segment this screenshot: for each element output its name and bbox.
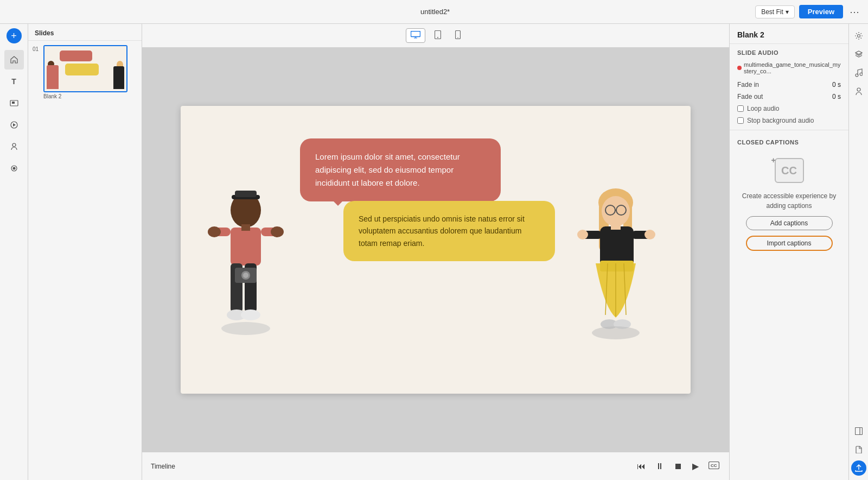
- settings-button[interactable]: [851, 28, 866, 43]
- timeline-label: Timeline: [151, 463, 629, 470]
- share-icon: [855, 464, 863, 472]
- svg-point-43: [577, 230, 588, 239]
- preview-button[interactable]: Preview: [799, 5, 843, 18]
- play-button[interactable]: ▶: [691, 460, 700, 472]
- right-panel: Blank 2 SLIDE AUDIO multimedia_game_tone…: [729, 24, 848, 480]
- closed-captions-section: + CC Create accessible experience by add…: [730, 149, 848, 257]
- thumb-bubble-2: [65, 64, 99, 75]
- figure-left: [202, 187, 289, 372]
- thumb-content: [44, 46, 126, 91]
- slides-panel: Slides 01 Blank 2: [28, 24, 142, 480]
- add-button[interactable]: +: [7, 28, 22, 43]
- slide-canvas[interactable]: Lorem ipsum dolor sit amet, consectetur …: [181, 106, 691, 394]
- loop-audio-checkbox[interactable]: [737, 105, 744, 112]
- panel-icon: [855, 427, 863, 435]
- timeline-bar: Timeline ⏮ ⏸ ⏹ ▶ CC: [142, 452, 729, 480]
- thumb-figure-left-body: [47, 65, 59, 89]
- bubble-2-text: Sed ut perspiciatis undo omnis iste natu…: [359, 214, 525, 248]
- rewind-button[interactable]: ⏮: [636, 460, 647, 472]
- canvas-container: Lorem ipsum dolor sit amet, consectetur …: [142, 48, 729, 452]
- svg-point-44: [644, 230, 655, 239]
- tablet-view-button[interactable]: [430, 28, 446, 43]
- slides-list: 01 Blank 2: [28, 41, 142, 480]
- far-right-icon-bar: [848, 24, 868, 480]
- closed-captions-section-title: CLOSED CAPTIONS: [730, 134, 848, 149]
- characters-button[interactable]: [4, 137, 24, 156]
- layers-button[interactable]: [851, 47, 866, 62]
- cc-icon: + CC: [775, 158, 804, 183]
- svg-point-27: [243, 273, 248, 278]
- more-options-button[interactable]: ⋯: [847, 4, 861, 20]
- audio-filename-text: multimedia_game_tone_musical_mystery_co.…: [744, 61, 841, 74]
- captions-toggle-button[interactable]: CC: [707, 460, 720, 472]
- slide-number: 01: [33, 45, 40, 52]
- layers-icon: [854, 50, 863, 59]
- thumb-figure-right-body: [113, 66, 124, 89]
- import-captions-button[interactable]: Import captions: [746, 236, 833, 251]
- svg-point-24: [221, 322, 270, 335]
- add-captions-button[interactable]: Add captions: [746, 216, 833, 230]
- cc-icon-wrap: + CC: [772, 155, 807, 186]
- slide-item: 01 Blank 2: [33, 45, 137, 99]
- canvas-toolbar: [142, 24, 729, 48]
- thumb-bubble-1: [60, 50, 92, 61]
- best-fit-button[interactable]: Best Fit ▾: [755, 5, 795, 18]
- slide-thumbnail[interactable]: [43, 45, 127, 92]
- top-bar: untitled2* Best Fit ▾ Preview ⋯: [0, 0, 868, 24]
- media-button[interactable]: [4, 93, 24, 113]
- left-icon-bar: + T: [0, 24, 28, 480]
- svg-rect-1: [12, 102, 15, 104]
- stop-bg-audio-row: Stop background audio: [730, 115, 848, 127]
- text-button[interactable]: T: [4, 72, 24, 91]
- music-button[interactable]: [851, 65, 866, 80]
- top-bar-right: Best Fit ▾ Preview ⋯: [755, 4, 861, 20]
- svg-point-51: [856, 74, 858, 77]
- fade-in-value: 0 s: [832, 81, 841, 89]
- share-button[interactable]: [851, 460, 866, 476]
- svg-rect-37: [600, 261, 634, 271]
- svg-rect-36: [611, 223, 621, 230]
- audio-recording-dot: [737, 66, 742, 70]
- desktop-icon: [411, 31, 420, 39]
- svg-point-50: [857, 35, 860, 37]
- speech-bubble-1: Lorem ipsum dolor sit amet, consectetur …: [300, 138, 501, 201]
- cc-description: Create accessible experience by adding c…: [737, 191, 841, 211]
- home-button[interactable]: [4, 50, 24, 70]
- main-layout: + T: [0, 24, 868, 480]
- stop-bg-audio-checkbox[interactable]: [737, 117, 744, 124]
- media-icon: [10, 99, 18, 108]
- audio-filename-row: multimedia_game_tone_musical_mystery_co.…: [730, 59, 848, 79]
- tablet-icon: [435, 30, 441, 39]
- svg-rect-54: [855, 428, 862, 435]
- fade-out-label: Fade out: [737, 93, 763, 100]
- slide-audio-section-title: SLIDE AUDIO: [730, 44, 848, 59]
- record-icon: [10, 164, 18, 173]
- character-icon: [854, 87, 863, 96]
- svg-text:CC: CC: [711, 463, 717, 468]
- character-button[interactable]: [851, 84, 866, 99]
- pause-button[interactable]: ⏸: [654, 460, 665, 472]
- mobile-view-button[interactable]: [450, 28, 465, 43]
- interaction-button[interactable]: [4, 115, 24, 135]
- svg-rect-15: [241, 224, 250, 231]
- person-right-svg: [574, 187, 658, 372]
- timeline-controls: ⏮ ⏸ ⏹ ▶ CC: [636, 460, 720, 472]
- loop-audio-label: Loop audio: [747, 105, 779, 112]
- svg-point-53: [857, 88, 860, 91]
- speech-bubble-2: Sed ut perspiciatis undo omnis iste natu…: [343, 201, 555, 261]
- svg-rect-6: [411, 31, 420, 37]
- panel-toggle-button[interactable]: [851, 424, 866, 439]
- fade-in-label: Fade in: [737, 81, 759, 89]
- best-fit-label: Best Fit: [761, 8, 783, 16]
- document-title: untitled2*: [420, 8, 450, 16]
- stop-button[interactable]: ⏹: [673, 460, 684, 472]
- record-button[interactable]: [4, 159, 24, 178]
- svg-point-18: [208, 226, 221, 237]
- interaction-icon: [10, 121, 18, 129]
- chevron-down-icon: ▾: [786, 8, 789, 16]
- person-left-svg: [202, 187, 289, 372]
- file-button[interactable]: [851, 442, 866, 457]
- svg-point-10: [457, 37, 458, 39]
- desktop-view-button[interactable]: [406, 28, 425, 43]
- cc-text-icon: CC: [781, 165, 797, 177]
